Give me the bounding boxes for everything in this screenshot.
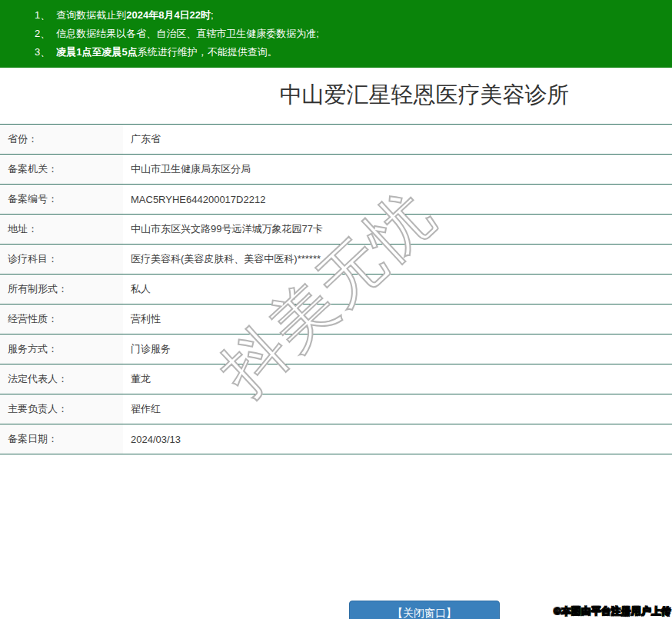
table-row: 省份：广东省	[0, 125, 672, 155]
row-label: 经营性质：	[0, 305, 123, 334]
row-label: 备案机关：	[0, 155, 123, 185]
row-value: 中山市卫生健康局东区分局	[123, 155, 672, 185]
notice-item-number: 1、	[35, 9, 50, 21]
row-label: 法定代表人：	[0, 364, 123, 394]
row-value: 广东省	[123, 125, 672, 155]
notice-list: 1、查询数据截止到2024年8月4日22时;2、信息数据结果以各省、自治区、直辖…	[0, 6, 672, 62]
notice-item-number: 3、	[35, 46, 50, 58]
table-row: 备案编号：MAC5RYHE644200017D2212	[0, 185, 672, 215]
table-row: 所有制形式：私人	[0, 275, 672, 305]
content-page: 1、查询数据截止到2024年8月4日22时;2、信息数据结果以各省、自治区、直辖…	[0, 0, 672, 619]
table-row: 主要负责人：翟作红	[0, 394, 672, 424]
row-value: 翟作红	[123, 394, 672, 424]
notice-item-number: 2、	[35, 28, 50, 39]
notice-item: 3、凌晨1点至凌晨5点系统进行维护，不能提供查询。	[35, 43, 672, 62]
row-value: 2024/03/13	[123, 424, 672, 454]
row-value: 董龙	[123, 364, 672, 394]
table-row: 地址：中山市东区兴文路99号远洋城万象花园77卡	[0, 215, 672, 245]
row-value: MAC5RYHE644200017D2212	[123, 185, 672, 215]
table-row: 诊疗科目：医疗美容科(美容皮肤科、美容中医科)******	[0, 245, 672, 275]
notice-item: 1、查询数据截止到2024年8月4日22时;	[35, 6, 672, 25]
close-window-button[interactable]: 【关闭窗口】	[349, 601, 500, 619]
info-table: 省份：广东省备案机关：中山市卫生健康局东区分局备案编号：MAC5RYHE6442…	[0, 124, 672, 454]
row-label: 服务方式：	[0, 334, 123, 364]
row-label: 诊疗科目：	[0, 245, 123, 275]
clinic-title: 中山爱汇星轻恩医疗美容诊所	[0, 80, 672, 111]
row-label: 省份：	[0, 125, 123, 155]
table-row: 经营性质：营利性	[0, 305, 672, 334]
row-value: 营利性	[123, 305, 672, 334]
notice-item: 2、信息数据结果以各省、自治区、直辖市卫生健康委数据为准;	[35, 25, 672, 43]
row-label: 备案编号：	[0, 185, 123, 215]
page-viewport: 1、查询数据截止到2024年8月4日22时;2、信息数据结果以各省、自治区、直辖…	[0, 0, 672, 619]
table-row: 备案日期：2024/03/13	[0, 424, 672, 454]
row-value: 门诊服务	[123, 334, 672, 364]
row-value: 医疗美容科(美容皮肤科、美容中医科)******	[123, 245, 672, 275]
table-row: 服务方式：门诊服务	[0, 334, 672, 364]
row-label: 地址：	[0, 215, 123, 245]
row-value: 中山市东区兴文路99号远洋城万象花园77卡	[123, 215, 672, 245]
table-row: 法定代表人：董龙	[0, 364, 672, 394]
row-label: 主要负责人：	[0, 394, 123, 424]
row-label: 所有制形式：	[0, 275, 123, 305]
copyright-stamp: ©本图由平台注册用户上传	[554, 605, 671, 618]
table-row: 备案机关：中山市卫生健康局东区分局	[0, 155, 672, 185]
row-value: 私人	[123, 275, 672, 305]
notice-bar: 1、查询数据截止到2024年8月4日22时;2、信息数据结果以各省、自治区、直辖…	[0, 0, 672, 68]
row-label: 备案日期：	[0, 424, 123, 454]
